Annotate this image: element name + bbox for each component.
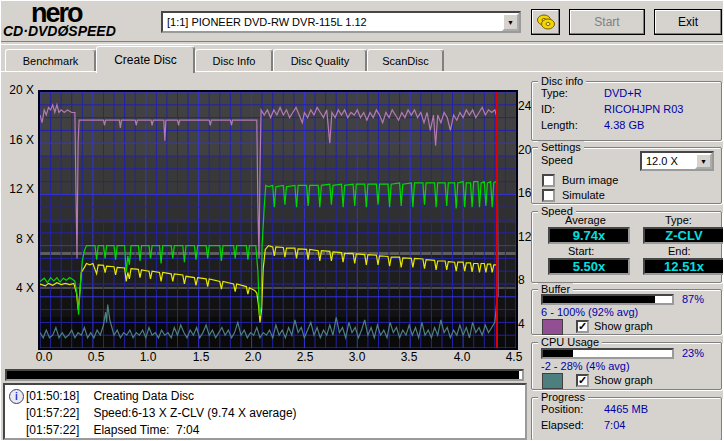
buffer-percent: 87% [682, 293, 704, 305]
x-axis-tick: 0.0 [31, 350, 57, 364]
header-separator [1, 41, 724, 45]
log-text: Elapsed Time: 7:04 [93, 422, 199, 439]
y-axis-left-tick: 12 X [1, 182, 34, 196]
buffer-panel: Buffer 87% 6 - 100% (92% avg) ✓ Show gra… [531, 289, 722, 335]
tab-disc-info[interactable]: Disc Info [195, 49, 273, 72]
disc-info-panel: Disc info Type: DVD+R ID: RICOHJPN R03 L… [531, 81, 722, 141]
disc-type-value: DVD+R [604, 87, 642, 99]
tab-benchmark[interactable]: Benchmark [5, 49, 96, 72]
average-speed-display: 9.74x [548, 227, 630, 244]
speed-setting-label: Speed [541, 154, 573, 166]
x-axis-tick: 4.0 [449, 350, 475, 364]
y-axis-left-tick: 4 X [1, 281, 34, 295]
x-axis-tick: 4.5 [501, 350, 527, 364]
info-icon: i [9, 389, 24, 404]
tab-disc-quality[interactable]: Disc Quality [273, 49, 367, 72]
start-button[interactable]: Start [569, 9, 645, 35]
series-buffer-level [40, 105, 498, 297]
disc-info-title: Disc info [538, 75, 586, 87]
x-axis-tick: 2.5 [292, 350, 318, 364]
series-write-speed [40, 182, 496, 316]
cpu-panel: CPU Usage 23% -2 - 28% (4% avg) ✓ Show g… [531, 342, 722, 390]
disc-id-value: RICOHJPN R03 [604, 103, 683, 115]
log-row: [01:57:22] Elapsed Time: 7:04 [9, 422, 521, 439]
log-text: Creating Data Disc [93, 388, 194, 405]
buffer-show-graph-label: Show graph [594, 320, 653, 332]
disc-length-value: 4.38 GB [604, 119, 644, 131]
write-type-display: Z-CLV [643, 227, 724, 244]
drive-selector[interactable]: [1:1] PIONEER DVD-RW DVR-115L 1.12 ▼ [161, 11, 521, 33]
log-time: [01:57:22] [26, 405, 79, 422]
nero-logo: nero [31, 1, 82, 25]
drive-selector-value: [1:1] PIONEER DVD-RW DVR-115L 1.12 [163, 16, 502, 28]
cpu-percent: 23% [682, 347, 704, 359]
speed-chart: 20 X16 X12 X8 X4 X24201612840.00.51.01.5… [1, 71, 527, 367]
position-value: 4465 MB [604, 403, 648, 415]
x-axis-tick: 1.5 [188, 350, 214, 364]
start-speed-label: Start: [568, 245, 594, 257]
y-axis-left-tick: 8 X [1, 232, 34, 246]
x-axis-tick: 1.0 [135, 350, 161, 364]
log-time: [01:57:22] [26, 422, 79, 439]
progress-title: Progress [538, 391, 588, 403]
average-label: Average [565, 214, 606, 226]
log-text: Speed:6-13 X Z-CLV (9.74 X average) [93, 405, 296, 422]
y-axis-left-tick: 20 X [1, 83, 34, 97]
buffer-bar [541, 294, 674, 305]
x-axis-tick: 2.0 [240, 350, 266, 364]
write-progress-bar [5, 369, 524, 381]
cpu-show-graph-checkbox[interactable]: ✓ [576, 374, 589, 387]
type-label: Type: [665, 214, 692, 226]
end-speed-label: End: [668, 245, 691, 257]
buffer-range: 6 - 100% (92% avg) [541, 306, 638, 318]
disc-tool-button[interactable] [531, 9, 560, 35]
settings-title: Settings [538, 141, 584, 153]
cd-dvd-speed-logo: CD·DVDØSPEED [3, 23, 116, 39]
cpu-color-swatch [542, 373, 563, 389]
x-axis-tick: 3.0 [344, 350, 370, 364]
series-cpu-usage [40, 299, 497, 337]
log-row: i [01:50:18] Creating Data Disc [9, 388, 521, 405]
chevron-down-icon[interactable]: ▼ [695, 153, 712, 169]
simulate-checkbox[interactable] [542, 189, 555, 202]
cpu-range: -2 - 28% (4% avg) [541, 360, 630, 372]
progress-panel: Progress Position: 4465 MB Elapsed: 7:04 [531, 397, 722, 441]
simulate-label: Simulate [562, 189, 605, 201]
y-axis-left-tick: 16 X [1, 133, 34, 147]
elapsed-label: Elapsed: [541, 419, 584, 431]
speed-select[interactable]: 12.0 X ▼ [640, 151, 714, 171]
disc-id-label: ID: [541, 103, 555, 115]
x-axis-tick: 0.5 [83, 350, 109, 364]
end-speed-display: 12.51x [643, 258, 724, 275]
start-speed-display: 5.50x [548, 258, 630, 275]
log-row: [01:57:22] Speed:6-13 X Z-CLV (9.74 X av… [9, 405, 521, 422]
burn-image-label: Burn image [562, 174, 618, 186]
speed-panel: Speed Average Type: 9.74x Z-CLV Start: E… [531, 211, 722, 283]
exit-button[interactable]: Exit [654, 9, 722, 35]
log-time: [01:50:18] [26, 388, 79, 405]
x-axis-tick: 3.5 [396, 350, 422, 364]
speed-select-value: 12.0 X [642, 155, 695, 167]
chevron-down-icon[interactable]: ▼ [502, 13, 519, 31]
elapsed-value: 7:04 [604, 419, 625, 431]
discs-icon [536, 13, 556, 31]
position-label: Position: [541, 403, 583, 415]
burn-image-checkbox[interactable] [542, 174, 555, 187]
cpu-title: CPU Usage [538, 336, 602, 348]
settings-panel: Settings Speed 12.0 X ▼ Burn image Simul… [531, 147, 722, 204]
nero-cd-dvd-speed-window: { "header": { "logo_line1": "nero", "log… [0, 0, 724, 441]
chart-canvas [40, 92, 516, 348]
cpu-bar [541, 348, 674, 359]
log-list[interactable]: i [01:50:18] Creating Data Disc [01:57:2… [3, 383, 527, 440]
cpu-show-graph-label: Show graph [594, 374, 653, 386]
tab-scandisc[interactable]: ScanDisc [367, 49, 444, 72]
disc-type-label: Type: [541, 87, 568, 99]
tab-create-disc[interactable]: Create Disc [96, 46, 195, 73]
disc-length-label: Length: [541, 119, 578, 131]
chart-plot-area [38, 90, 518, 350]
disc-icon: Ø [57, 23, 68, 39]
buffer-show-graph-checkbox[interactable]: ✓ [576, 320, 589, 333]
buffer-color-swatch [542, 319, 563, 335]
